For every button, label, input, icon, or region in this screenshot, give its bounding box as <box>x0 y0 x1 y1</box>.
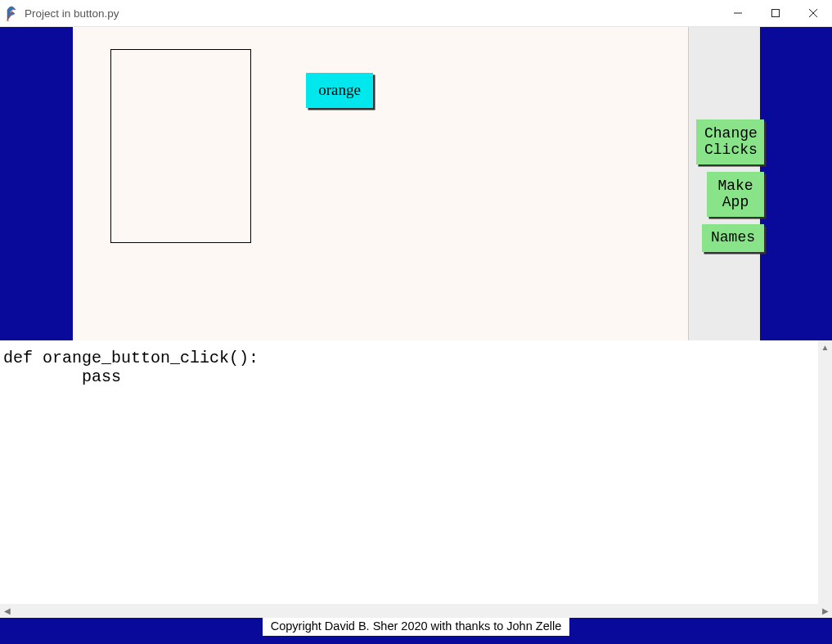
horizontal-scrollbar[interactable]: ◀ ▶ <box>0 604 832 618</box>
tk-feather-icon <box>5 5 18 21</box>
main-frame: orange Change Clicks Make App Names <box>0 27 832 340</box>
window-title: Project in button.py <box>25 7 719 20</box>
control-sidebar: Change Clicks Make App Names <box>689 27 760 340</box>
minimize-button[interactable] <box>719 0 757 27</box>
close-button[interactable] <box>794 0 832 27</box>
names-button[interactable]: Names <box>702 224 764 252</box>
footer-bar: Copyright David B. Sher 2020 with thanks… <box>0 618 832 644</box>
orange-button[interactable]: orange <box>306 73 373 108</box>
scroll-left-icon[interactable]: ◀ <box>0 604 14 618</box>
canvas-panel: orange <box>73 27 689 340</box>
left-margin <box>0 27 73 340</box>
make-app-button[interactable]: Make App <box>707 172 764 217</box>
svg-rect-1 <box>772 10 780 17</box>
code-text[interactable]: def orange_button_click(): pass <box>0 340 832 602</box>
right-margin <box>760 27 832 340</box>
drawn-rectangle <box>110 49 251 243</box>
vertical-scrollbar[interactable]: ▲ <box>818 340 832 604</box>
maximize-button[interactable] <box>757 0 794 27</box>
copyright-label: Copyright David B. Sher 2020 with thanks… <box>263 618 569 636</box>
change-clicks-button[interactable]: Change Clicks <box>696 119 764 164</box>
code-panel: def orange_button_click(): pass ▲ ◀ ▶ <box>0 340 832 618</box>
scroll-up-icon[interactable]: ▲ <box>818 340 832 354</box>
scroll-right-icon[interactable]: ▶ <box>818 604 832 618</box>
title-bar: Project in button.py <box>0 0 832 27</box>
